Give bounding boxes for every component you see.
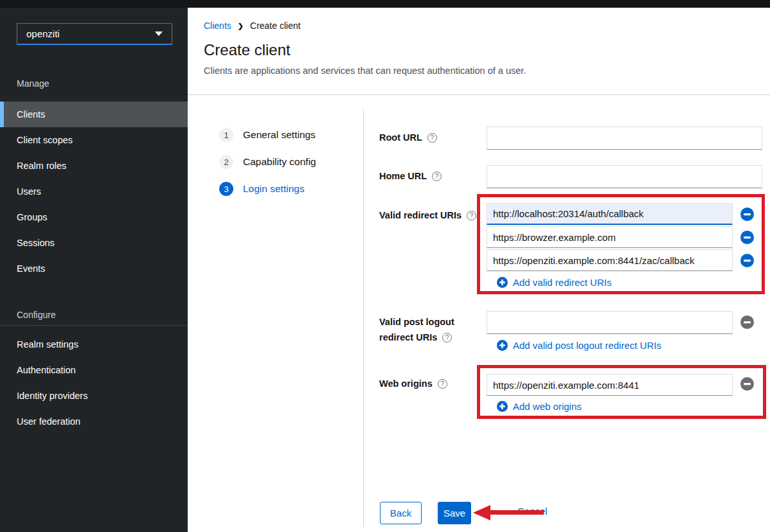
remove-redirect-uri-3-button[interactable] [740, 254, 754, 267]
valid-redirect-uris-label: Valid redirect URIs [379, 210, 476, 220]
sidebar-item-label: Identity providers [17, 391, 87, 401]
sidebar-item-events[interactable]: Events [0, 256, 188, 281]
sidebar-item-realm-roles[interactable]: Realm roles [0, 153, 188, 179]
label-text: Web origins [379, 378, 433, 389]
sidebar-item-label: Users [17, 186, 41, 197]
cancel-link[interactable]: Cancel [517, 506, 548, 517]
label-text: Valid redirect URIs [379, 210, 461, 220]
sidebar-item-identity-providers[interactable]: Identity providers [0, 383, 188, 409]
chevron-right-icon: ❯ [238, 22, 244, 30]
add-link-label: Add valid redirect URIs [513, 277, 611, 288]
realm-selector-dropdown[interactable]: openziti [17, 23, 172, 45]
add-link-label: Add valid post logout redirect URIs [513, 340, 661, 351]
add-web-origins-link[interactable]: Add web origins [497, 401, 582, 412]
help-icon[interactable] [442, 333, 452, 342]
wizard-form-divider [363, 109, 364, 527]
help-icon[interactable] [432, 172, 442, 181]
label-text: Valid post logout [379, 317, 454, 327]
sidebar-item-label: Authentication [17, 365, 76, 375]
arrow-head [473, 505, 490, 520]
step-label: Capability config [243, 156, 316, 168]
sidebar-nav: openziti Manage Clients Client scopes Re… [0, 8, 188, 532]
sidebar-item-realm-settings[interactable]: Realm settings [0, 332, 188, 357]
redirect-uri-input-2[interactable] [487, 226, 733, 248]
help-icon[interactable] [438, 379, 447, 389]
realm-name: openziti [26, 28, 60, 39]
home-url-label: Home URL [379, 171, 442, 181]
header-divider [188, 94, 770, 95]
post-logout-uri-input[interactable] [487, 311, 733, 334]
root-url-label: Root URL [379, 132, 437, 143]
sidebar-section-divider [0, 325, 188, 326]
sidebar-item-user-federation[interactable]: User federation [0, 409, 188, 434]
remove-post-logout-uri-button[interactable] [740, 315, 754, 329]
step-label: Login settings [243, 183, 305, 195]
minus-circle-icon [740, 315, 754, 329]
help-icon[interactable] [467, 211, 476, 220]
wizard-step-login-settings[interactable]: 3 Login settings [219, 182, 305, 196]
add-link-label: Add web origins [513, 401, 582, 412]
post-logout-label-line1: Valid post logout [379, 317, 454, 327]
minus-circle-icon [740, 231, 754, 244]
label-text: Home URL [379, 171, 427, 181]
web-origins-label: Web origins [379, 378, 447, 389]
breadcrumb-current: Create client [250, 21, 301, 31]
web-origins-input[interactable] [487, 374, 733, 396]
step-number-badge: 1 [219, 128, 233, 142]
breadcrumb-clients-link[interactable]: Clients [204, 21, 231, 31]
plus-circle-icon [497, 277, 508, 288]
label-text: redirect URIs [379, 332, 437, 342]
plus-circle-icon [497, 401, 508, 412]
sidebar-item-sessions[interactable]: Sessions [0, 230, 188, 256]
sidebar-item-label: Realm settings [17, 339, 78, 350]
home-url-input[interactable] [487, 165, 762, 188]
sidebar-item-label: Sessions [17, 238, 55, 248]
wizard-step-general-settings[interactable]: 1 General settings [219, 128, 316, 142]
sidebar-item-client-scopes[interactable]: Client scopes [0, 127, 188, 153]
page-description: Clients are applications and services th… [204, 66, 526, 76]
nav-section-manage: Manage [17, 78, 49, 89]
add-valid-redirect-uris-link[interactable]: Add valid redirect URIs [497, 277, 611, 288]
sidebar-item-label: Realm roles [17, 161, 66, 171]
wizard-step-capability-config[interactable]: 2 Capability config [219, 155, 316, 169]
remove-redirect-uri-1-button[interactable] [740, 208, 754, 221]
minus-circle-icon [740, 208, 754, 221]
root-url-input[interactable] [487, 127, 762, 150]
sidebar-item-users[interactable]: Users [0, 179, 188, 204]
back-button[interactable]: Back [380, 502, 422, 524]
redirect-uri-input-1[interactable] [487, 203, 733, 225]
sidebar-item-authentication[interactable]: Authentication [0, 357, 188, 383]
remove-web-origin-button[interactable] [740, 377, 754, 391]
step-number-badge: 2 [219, 155, 233, 169]
minus-circle-icon [740, 254, 754, 267]
breadcrumb: Clients ❯ Create client [204, 21, 301, 31]
caret-down-icon [155, 31, 163, 36]
step-number-badge: 3 [219, 182, 233, 196]
sidebar-item-label: Client scopes [17, 135, 73, 145]
save-button[interactable]: Save [438, 502, 471, 524]
plus-circle-icon [497, 340, 508, 351]
sidebar-item-label: Events [17, 263, 45, 274]
sidebar-item-label: Clients [17, 109, 45, 120]
masthead-bar [0, 0, 770, 8]
sidebar-item-label: Groups [17, 212, 48, 222]
main-content: Clients ❯ Create client Create client Cl… [188, 8, 770, 532]
nav-section-configure: Configure [17, 310, 56, 320]
label-text: Root URL [379, 132, 422, 143]
minus-circle-icon [740, 377, 754, 391]
help-icon[interactable] [427, 133, 437, 143]
post-logout-label-line2: redirect URIs [379, 332, 452, 342]
page-title: Create client [204, 41, 291, 59]
sidebar-item-clients[interactable]: Clients [0, 102, 188, 127]
sidebar-item-groups[interactable]: Groups [0, 204, 188, 230]
redirect-uri-input-3[interactable] [487, 249, 733, 271]
step-label: General settings [243, 129, 316, 141]
add-post-logout-uris-link[interactable]: Add valid post logout redirect URIs [497, 340, 661, 351]
remove-redirect-uri-2-button[interactable] [740, 231, 754, 244]
sidebar-item-label: User federation [17, 416, 80, 427]
